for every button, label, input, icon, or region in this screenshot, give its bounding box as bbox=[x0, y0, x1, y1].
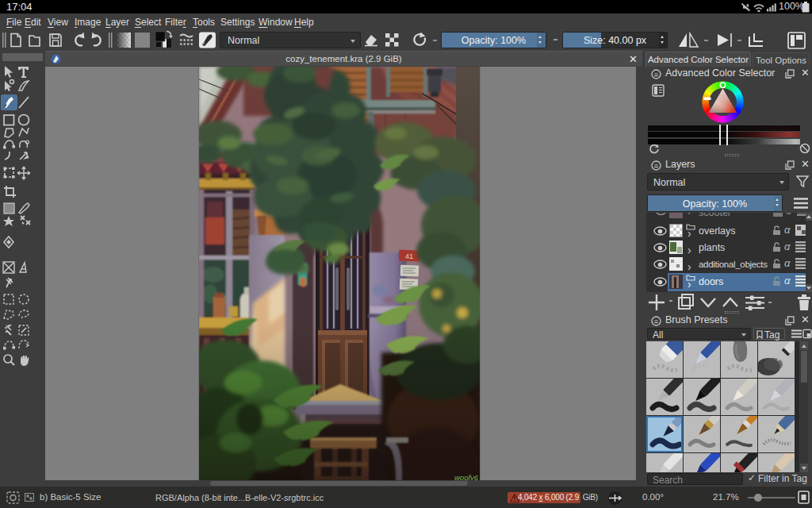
svg-text:woofy6: woofy6 bbox=[454, 473, 479, 480]
